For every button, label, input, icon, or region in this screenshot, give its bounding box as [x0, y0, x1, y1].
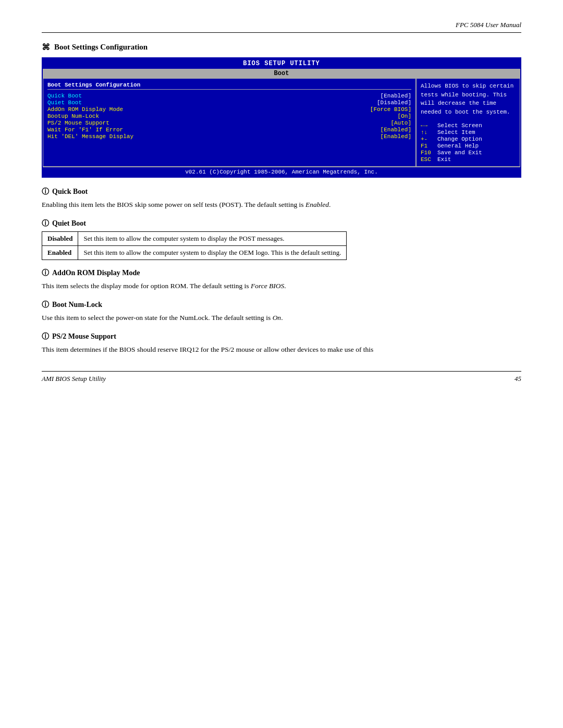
- bios-key-esc: ESC: [421, 156, 435, 163]
- quiet-boot-title-text: Quiet Boot: [52, 219, 86, 228]
- bios-key-row-select-item: ↑↓ Select Item: [421, 129, 516, 135]
- bios-key-desc-change-option: Change Option: [437, 136, 482, 142]
- quick-boot-title: ⓘ Quick Boot: [42, 187, 521, 196]
- option-desc-disabled: Set this item to allow the computer syst…: [78, 231, 347, 245]
- bios-right-panel: Allows BIOS to skip certain tests while …: [416, 78, 520, 167]
- ps2-mouse-section: ⓘ PS/2 Mouse Support This item determine…: [42, 332, 521, 355]
- bios-val-numlock: [On]: [398, 113, 411, 119]
- addon-rom-title-text: AddOn ROM Display Mode: [52, 269, 140, 277]
- bios-footer: v02.61 (C)Copyright 1985-2006, American …: [43, 167, 520, 177]
- ps2-mouse-symbol: ⓘ: [42, 332, 49, 341]
- bios-val-quick-boot: [Enabled]: [381, 93, 411, 99]
- bios-key-quick-boot: Quick Boot: [47, 93, 82, 99]
- quick-boot-section: ⓘ Quick Boot Enabling this item lets the…: [42, 187, 521, 211]
- bios-key-desc-select-screen: Select Screen: [437, 122, 482, 129]
- boot-numlock-title: ⓘ Boot Num-Lock: [42, 300, 521, 310]
- table-row-disabled: Disabled Set this item to allow the comp…: [42, 231, 347, 245]
- bios-left-panel: Boot Settings Configuration Quick Boot […: [43, 78, 416, 167]
- bios-val-quiet-boot: [Disabled]: [377, 100, 411, 106]
- bios-title-bar: BIOS SETUP UTILITY: [43, 58, 520, 69]
- bios-key-desc-f1: General Help: [437, 143, 479, 149]
- section-title: ⌘ Boot Settings Configuration: [42, 42, 521, 52]
- bios-row-numlock: Bootup Num-Lock [On]: [47, 113, 411, 119]
- boot-numlock-after: .: [281, 314, 283, 322]
- bios-subtitle: Boot: [43, 69, 520, 78]
- bios-body: Boot Settings Configuration Quick Boot […: [43, 78, 520, 167]
- bios-key-ps2: PS/2 Mouse Support: [47, 120, 109, 126]
- bios-row-quiet-boot: Quiet Boot [Disabled]: [47, 100, 411, 106]
- bios-row-del-msg: Hit 'DEL' Message Display [Enabled]: [47, 133, 411, 140]
- bios-keys: ←→ Select Screen ↑↓ Select Item +- Chang…: [421, 122, 516, 163]
- footer-right: 45: [515, 375, 521, 383]
- page-header: FPC 5084 User Manual: [42, 21, 521, 33]
- bios-val-waitf1: [Enabled]: [381, 127, 411, 133]
- bios-left-title: Boot Settings Configuration: [47, 82, 411, 90]
- bios-key-row-f10: F10 Save and Exit: [421, 150, 516, 156]
- bios-key-quiet-boot: Quiet Boot: [47, 100, 82, 106]
- bios-key-arrows: ←→: [421, 122, 435, 129]
- boot-numlock-body: Use this item to select the power-on sta…: [42, 314, 273, 322]
- boot-numlock-symbol: ⓘ: [42, 300, 49, 310]
- addon-rom-symbol: ⓘ: [42, 268, 49, 278]
- quick-boot-symbol: ⓘ: [42, 187, 49, 196]
- addon-rom-body: This item selects the display mode for o…: [42, 282, 251, 290]
- bios-key-row-change-option: +- Change Option: [421, 136, 516, 142]
- footer-left: AMI BIOS Setup Utility: [42, 375, 106, 383]
- quick-boot-default: Enabled: [305, 201, 329, 208]
- quiet-boot-table: Disabled Set this item to allow the comp…: [42, 231, 347, 260]
- manual-title: FPC 5084 User Manual: [456, 21, 521, 29]
- quick-boot-title-text: Quick Boot: [52, 188, 88, 196]
- quick-boot-body: Enabling this item lets the BIOS skip so…: [42, 201, 305, 208]
- boot-numlock-text: Use this item to select the power-on sta…: [42, 313, 521, 324]
- bios-key-desc-esc: Exit: [437, 156, 451, 163]
- quick-boot-text: Enabling this item lets the BIOS skip so…: [42, 200, 521, 211]
- bios-key-numlock: Bootup Num-Lock: [47, 113, 99, 119]
- page-footer: AMI BIOS Setup Utility 45: [42, 371, 521, 383]
- quiet-boot-title: ⓘ Quiet Boot: [42, 219, 521, 228]
- boot-numlock-default: On: [273, 314, 282, 322]
- bios-key-desc-select-item: Select Item: [437, 129, 475, 135]
- bios-row-quick-boot: Quick Boot [Enabled]: [47, 93, 411, 99]
- bios-key-waitf1: Wait For 'F1' If Error: [47, 127, 123, 133]
- bios-val-ps2: [Auto]: [390, 120, 411, 126]
- bios-screen: BIOS SETUP UTILITY Boot Boot Settings Co…: [42, 57, 521, 178]
- bios-key-f10: F10: [421, 150, 435, 156]
- option-desc-enabled: Set this item to allow the computer syst…: [78, 245, 347, 260]
- ps2-mouse-text: This item determines if the BIOS should …: [42, 344, 521, 355]
- bios-row-waitf1: Wait For 'F1' If Error [Enabled]: [47, 127, 411, 133]
- bios-help-text: Allows BIOS to skip certain tests while …: [421, 82, 516, 116]
- bios-row-addon-rom: AddOn ROM Display Mode [Force BIOS]: [47, 106, 411, 113]
- bios-key-f1: F1: [421, 143, 435, 149]
- ps2-mouse-title-text: PS/2 Mouse Support: [52, 332, 116, 341]
- bios-row-ps2: PS/2 Mouse Support [Auto]: [47, 120, 411, 126]
- bios-key-row-select-screen: ←→ Select Screen: [421, 122, 516, 129]
- quiet-boot-section: ⓘ Quiet Boot Disabled Set this item to a…: [42, 219, 521, 260]
- bios-val-addon-rom: [Force BIOS]: [370, 106, 411, 113]
- ps2-mouse-title: ⓘ PS/2 Mouse Support: [42, 332, 521, 341]
- addon-rom-section: ⓘ AddOn ROM Display Mode This item selec…: [42, 268, 521, 292]
- bios-key-del-msg: Hit 'DEL' Message Display: [47, 133, 133, 140]
- quiet-boot-symbol: ⓘ: [42, 219, 49, 228]
- bios-key-updown: ↑↓: [421, 129, 435, 135]
- quick-boot-after: .: [329, 201, 331, 208]
- addon-rom-title: ⓘ AddOn ROM Display Mode: [42, 268, 521, 278]
- section-symbol: ⌘: [42, 42, 50, 52]
- bios-key-row-esc: ESC Exit: [421, 156, 516, 163]
- section-title-text: Boot Settings Configuration: [54, 43, 148, 52]
- bios-key-plusminus: +-: [421, 136, 435, 142]
- addon-rom-default: Force BIOS: [251, 282, 284, 290]
- boot-numlock-section: ⓘ Boot Num-Lock Use this item to select …: [42, 300, 521, 324]
- option-name-enabled: Enabled: [42, 245, 78, 260]
- addon-rom-text: This item selects the display mode for o…: [42, 281, 521, 292]
- addon-rom-after: .: [284, 282, 286, 290]
- bios-key-addon-rom: AddOn ROM Display Mode: [47, 106, 123, 113]
- option-name-disabled: Disabled: [42, 231, 78, 245]
- bios-key-row-f1: F1 General Help: [421, 143, 516, 149]
- bios-val-del-msg: [Enabled]: [381, 133, 411, 140]
- bios-key-desc-f10: Save and Exit: [437, 150, 482, 156]
- boot-numlock-title-text: Boot Num-Lock: [52, 301, 102, 309]
- table-row-enabled: Enabled Set this item to allow the compu…: [42, 245, 347, 260]
